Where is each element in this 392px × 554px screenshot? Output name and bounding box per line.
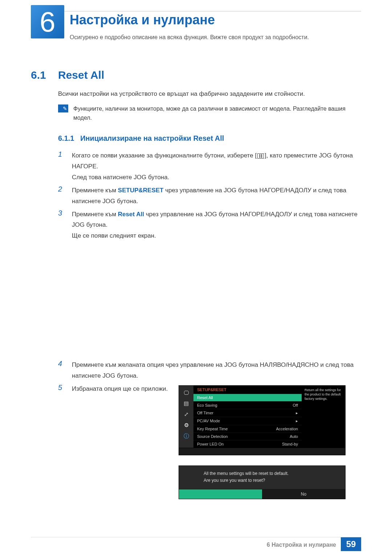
- osd-prompt: All the menu settings will be reset to d…: [179, 465, 346, 499]
- osd-setup-icon: ⚙: [181, 420, 192, 430]
- osd-row-value: Stand-by: [282, 442, 298, 446]
- osd-foot-strip: [179, 448, 346, 455]
- subsection-number: 6.1.1: [58, 134, 74, 142]
- step-body: Преминете към желаната опция чрез управл…: [72, 360, 359, 381]
- step-number: 4: [58, 360, 66, 381]
- step-item: 3 Преминете към Reset All чрез управлени…: [58, 209, 359, 242]
- osd-resize-icon: ⤢: [181, 410, 192, 419]
- step-number: 3: [58, 209, 66, 242]
- step-text: Ще се появи следният екран.: [72, 232, 156, 239]
- osd-row: Reset All: [193, 394, 302, 401]
- step-number: 2: [58, 185, 66, 207]
- note-icon: ✎: [58, 104, 68, 112]
- osd-table: SETUP&RESET Reset All Eco Saving Off Off…: [193, 386, 302, 448]
- osd-row-label: Eco Saving: [197, 403, 217, 407]
- osd-row: Key Repeat Time Acceleration: [193, 425, 302, 432]
- osd-prompt-line: All the menu settings will be reset to d…: [204, 470, 338, 477]
- section-title: Reset All: [58, 69, 104, 81]
- section-intro: Всички настройки на устройството се връщ…: [58, 89, 359, 99]
- step-text: Преминете към: [72, 211, 118, 218]
- osd-yes-button: Yes: [179, 489, 262, 499]
- osd-row-value: Auto: [290, 434, 298, 439]
- osd-row: PC/AV Mode ▸: [193, 417, 302, 425]
- osd-prompt-line: Are you sure you want to reset?: [204, 477, 338, 484]
- osd-row-label: Key Repeat Time: [197, 427, 228, 431]
- menu-icon: [257, 153, 264, 159]
- osd-row-value: ▸: [296, 419, 298, 423]
- osd-no-button: No: [262, 489, 345, 499]
- step-item: 2 Преминете към SETUP&RESET чрез управле…: [58, 185, 359, 207]
- osd-row: Source Detection Auto: [193, 432, 302, 440]
- step-body: Преминете към Reset All чрез управление …: [72, 209, 359, 242]
- footer-page-number: 59: [341, 537, 361, 551]
- osd-screenshot: 🖵 ▤ ⤢ ⚙ ⓘ SETUP&RESET Reset All Eco Savi…: [179, 385, 346, 499]
- step-item: 1 Когато се появи указание за функционал…: [58, 150, 359, 183]
- step-bold: Reset All: [118, 211, 144, 218]
- top-rule: [31, 11, 361, 12]
- osd-row-label: PC/AV Mode: [197, 419, 220, 423]
- step-number: 1: [58, 150, 66, 183]
- step-body: Когато се появи указание за функционални…: [72, 150, 359, 183]
- step-bold: SETUP&RESET: [118, 187, 164, 194]
- osd-row-label: Reset All: [197, 395, 213, 400]
- osd-row-value: ▸: [296, 411, 298, 415]
- osd-help: Return all the settings for the product …: [302, 386, 345, 448]
- osd-row-value: Acceleration: [276, 427, 298, 431]
- osd-row-value: Off: [293, 403, 298, 407]
- osd-row: Power LED On Stand-by: [193, 440, 302, 448]
- note-block: ✎ Функциите, налични за монитора, може д…: [58, 104, 359, 123]
- osd-iconbar: 🖵 ▤ ⤢ ⚙ ⓘ: [179, 386, 193, 448]
- chapter-description: Осигурено е подробно описание на всяка ф…: [70, 34, 359, 41]
- chapter-number-badge: 6: [31, 5, 64, 38]
- subsection-title: Инициализиране на настройки Reset All: [80, 134, 224, 142]
- note-text: Функциите, налични за монитора, може да …: [73, 104, 359, 123]
- osd-main-panel: 🖵 ▤ ⤢ ⚙ ⓘ SETUP&RESET Reset All Eco Savi…: [179, 385, 346, 448]
- step-text: Преминете към: [72, 187, 118, 194]
- osd-header: SETUP&RESET: [193, 386, 302, 394]
- step-number: 5: [58, 383, 66, 394]
- step-body: Преминете към SETUP&RESET чрез управлени…: [72, 185, 359, 207]
- osd-row-label: Power LED On: [197, 442, 224, 446]
- step-text: Когато се появи указание за функционални…: [72, 152, 257, 159]
- section-number: 6.1: [31, 69, 46, 81]
- osd-prompt-body: All the menu settings will be reset to d…: [179, 466, 345, 489]
- osd-row: Off Timer ▸: [193, 409, 302, 417]
- step-item: 4 Преминете към желаната опция чрез упра…: [58, 360, 359, 381]
- step-text: След това натиснете JOG бутона.: [72, 174, 169, 181]
- osd-row-label: Off Timer: [197, 411, 213, 415]
- subsection-heading: 6.1.1 Инициализиране на настройки Reset …: [58, 134, 224, 143]
- osd-row-label: Source Detection: [197, 434, 228, 439]
- osd-color-icon: ▤: [181, 399, 192, 408]
- footer-rule: [31, 537, 361, 537]
- steps-list: 1 Когато се появи указание за функционал…: [58, 150, 359, 397]
- osd-picture-icon: 🖵: [181, 388, 192, 397]
- osd-info-icon: ⓘ: [181, 431, 192, 441]
- chapter-title: Настройка и нулиране: [70, 12, 215, 28]
- osd-row: Eco Saving Off: [193, 401, 302, 409]
- osd-prompt-buttons: Yes No: [179, 489, 345, 499]
- footer-chapter-label: 6 Настройка и нулиране: [267, 542, 336, 548]
